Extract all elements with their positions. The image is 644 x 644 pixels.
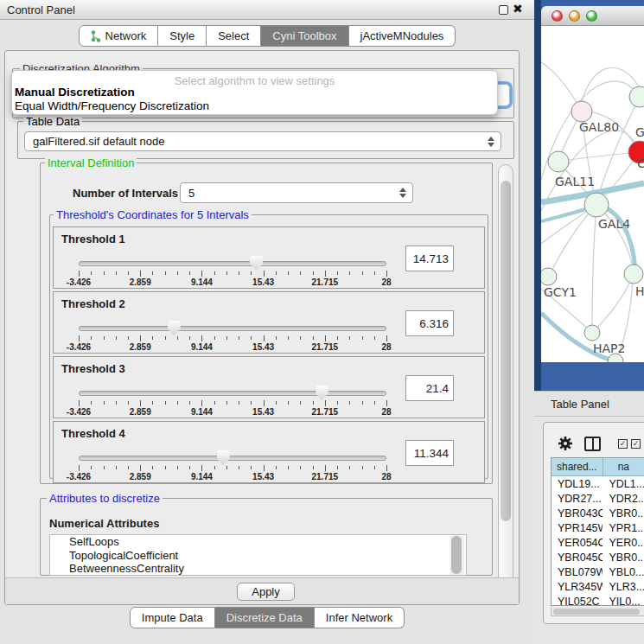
slider-track[interactable] — [79, 456, 386, 461]
tab-cyni-toolbox[interactable]: Cyni Toolbox — [261, 25, 348, 47]
tick-mark — [386, 400, 387, 406]
node-table[interactable]: shared...naYDL19...YDL1...YDR27...YDR2..… — [551, 457, 644, 606]
tick-mark — [300, 401, 301, 405]
table-row[interactable]: YBR045CYBR0... — [552, 550, 644, 564]
gear-icon[interactable] — [558, 436, 573, 451]
tick-label: 9.144 — [191, 342, 213, 352]
number-of-intervals-combo[interactable]: 5 — [180, 182, 413, 203]
table-row[interactable]: YDL19...YDL1... — [552, 476, 644, 491]
scrollbar-thumb[interactable] — [553, 609, 640, 615]
stepper-icon — [488, 137, 494, 147]
network-canvas[interactable]: GAL80GACGAL11GAL4GCY1HHAP2 — [541, 26, 644, 362]
table-panel-window: ✓ ✓ shared...naYDL19...YDL1...YDR27...YD… — [543, 422, 644, 624]
attributes-scrollbar[interactable] — [450, 535, 464, 575]
network-edge[interactable] — [558, 152, 638, 162]
slider-track[interactable] — [79, 391, 386, 396]
panel-vertical-scrollbar[interactable] — [498, 164, 513, 602]
columns-icon[interactable] — [584, 437, 601, 451]
tick-mark — [239, 336, 239, 340]
table-row[interactable]: YBL079WYBL0... — [552, 564, 644, 579]
threshold-value-field[interactable]: 6.316 — [405, 310, 454, 336]
numerical-attributes-label: Numerical Attributes — [49, 517, 159, 530]
scrollbar-thumb[interactable] — [451, 536, 462, 574]
network-node[interactable] — [624, 265, 643, 284]
network-edge[interactable] — [592, 277, 632, 333]
table-horizontal-scrollbar[interactable] — [551, 607, 644, 616]
tick-mark — [116, 336, 117, 340]
table-row[interactable]: YBR043CYBR0... — [552, 506, 644, 520]
checkbox-icon[interactable]: ✓ — [631, 439, 641, 449]
network-node[interactable] — [541, 268, 557, 285]
table-row[interactable]: YIL052CYIL0... — [552, 594, 644, 606]
slider-thumb[interactable] — [250, 256, 263, 271]
tab-network[interactable]: Network — [79, 25, 159, 47]
table-cell: YBL079W — [552, 564, 603, 579]
tick-mark — [165, 271, 166, 275]
slider-track[interactable] — [79, 326, 386, 331]
tick-mark — [362, 401, 363, 405]
mac-minimize-icon[interactable] — [569, 10, 580, 22]
mac-close-icon[interactable] — [552, 10, 563, 22]
tick-mark — [104, 336, 105, 340]
algorithm-option-1[interactable]: Equal Width/Frequency Discretization — [12, 99, 497, 113]
tab-impute-data[interactable]: Impute Data — [130, 607, 215, 628]
tab-style[interactable]: Style — [158, 25, 207, 47]
attribute-item[interactable]: SelfLoops — [50, 535, 466, 549]
checkbox-icon[interactable]: ✓ — [618, 439, 628, 449]
table-data-combo[interactable]: galFiltered.sif default node — [24, 131, 501, 151]
network-node[interactable] — [571, 101, 592, 122]
node-label: H — [635, 284, 644, 298]
network-icon — [91, 30, 101, 42]
tick-mark — [189, 271, 190, 275]
threshold-row-1: Threshold 1-3.4262.8599.14415.4321.71528… — [53, 226, 485, 289]
slider-thumb[interactable] — [217, 450, 230, 465]
threshold-value-field[interactable]: 11.344 — [405, 440, 454, 466]
network-node[interactable] — [584, 325, 600, 341]
slider-thumb[interactable] — [316, 386, 328, 400]
table-cell: YBR043C — [552, 506, 603, 520]
tab-select[interactable]: Select — [207, 25, 261, 47]
threshold-value-field[interactable]: 14.713 — [405, 245, 454, 271]
column-header[interactable]: na — [603, 458, 644, 476]
table-cell: YBR045C — [552, 550, 603, 564]
apply-button[interactable]: Apply — [237, 583, 295, 601]
tab-label: Select — [218, 29, 249, 42]
attribute-item[interactable]: TopologicalCoefficient — [50, 549, 466, 563]
tick-mark — [337, 336, 338, 340]
threshold-value-field[interactable]: 21.4 — [405, 375, 454, 401]
close-icon[interactable]: ✖ — [513, 2, 523, 16]
tick-mark — [214, 466, 215, 469]
scrollbar-thumb[interactable] — [501, 181, 511, 521]
table-row[interactable]: YDR27...YDR2... — [552, 491, 644, 506]
table-row[interactable]: YPR145WYPR1... — [552, 520, 644, 535]
network-node[interactable] — [584, 193, 609, 217]
numerical-attributes-list[interactable]: SelfLoopsTopologicalCoefficientBetweenne… — [49, 534, 467, 576]
slider-thumb[interactable] — [168, 321, 181, 335]
tab-jactivemnodules[interactable]: jActiveMNodules — [349, 25, 456, 47]
tab-infer-network[interactable]: Infer Network — [315, 607, 405, 628]
tick-mark — [91, 336, 92, 340]
thresholds-group-title: Threshold's Coordinates for 5 Intervals — [54, 209, 252, 220]
network-edge[interactable] — [592, 205, 596, 331]
tick-mark — [349, 401, 350, 405]
node-label: GAL4 — [598, 217, 630, 231]
tick-mark — [177, 466, 178, 469]
attribute-item[interactable]: BetweennessCentrality — [50, 562, 466, 576]
table-row[interactable]: YER054CYER0... — [552, 535, 644, 550]
network-node[interactable] — [548, 151, 569, 172]
float-icon[interactable] — [499, 5, 508, 15]
tab-label: Network — [105, 29, 147, 42]
tick-mark — [152, 271, 153, 275]
column-header[interactable]: shared... — [552, 458, 603, 476]
algorithm-option-0[interactable]: Manual Discretization — [12, 86, 497, 99]
table-row[interactable]: YLR345WYLR3... — [552, 579, 644, 594]
tick-mark — [374, 336, 375, 340]
mac-zoom-icon[interactable] — [586, 10, 597, 22]
table-data-combo-value: galFiltered.sif default node — [33, 135, 164, 148]
tick-mark — [349, 466, 350, 469]
slider-track[interactable] — [79, 261, 386, 266]
tick-mark — [177, 401, 178, 405]
network-node[interactable] — [629, 86, 644, 107]
tab-discretize-data[interactable]: Discretize Data — [215, 607, 315, 628]
tick-mark — [128, 466, 129, 469]
